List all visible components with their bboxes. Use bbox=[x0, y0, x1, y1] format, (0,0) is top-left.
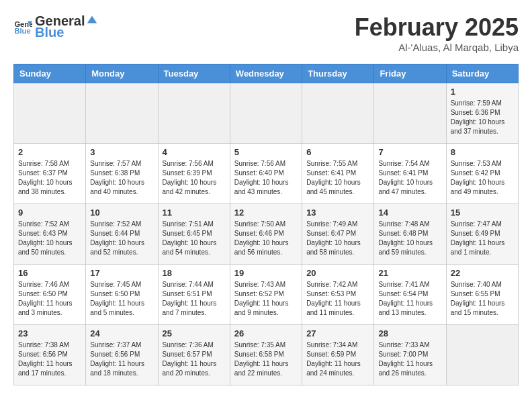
calendar-cell: 3Sunrise: 7:57 AM Sunset: 6:38 PM Daylig… bbox=[86, 144, 158, 204]
day-header-saturday: Saturday bbox=[446, 64, 518, 83]
day-number: 16 bbox=[18, 268, 81, 278]
cell-content: Sunrise: 7:37 AM Sunset: 6:56 PM Dayligh… bbox=[90, 340, 153, 378]
day-header-sunday: Sunday bbox=[14, 64, 86, 83]
calendar-cell: 4Sunrise: 7:56 AM Sunset: 6:39 PM Daylig… bbox=[158, 144, 230, 204]
calendar-cell: 22Sunrise: 7:40 AM Sunset: 6:55 PM Dayli… bbox=[446, 265, 518, 325]
day-number: 23 bbox=[18, 328, 81, 338]
calendar-cell bbox=[86, 83, 158, 144]
day-number: 17 bbox=[90, 268, 153, 278]
header: General Blue General Blue February 2025 … bbox=[13, 13, 519, 53]
calendar-cell: 19Sunrise: 7:43 AM Sunset: 6:52 PM Dayli… bbox=[230, 265, 302, 325]
calendar-cell: 6Sunrise: 7:55 AM Sunset: 6:41 PM Daylig… bbox=[302, 144, 374, 204]
day-header-wednesday: Wednesday bbox=[230, 64, 302, 83]
cell-content: Sunrise: 7:57 AM Sunset: 6:38 PM Dayligh… bbox=[90, 159, 153, 197]
cell-content: Sunrise: 7:55 AM Sunset: 6:41 PM Dayligh… bbox=[306, 159, 369, 197]
day-number: 1 bbox=[451, 87, 514, 97]
cell-content: Sunrise: 7:43 AM Sunset: 6:52 PM Dayligh… bbox=[234, 280, 298, 318]
day-number: 11 bbox=[163, 208, 226, 218]
day-number: 9 bbox=[18, 208, 81, 218]
month-title: February 2025 bbox=[355, 13, 519, 42]
calendar-cell: 28Sunrise: 7:33 AM Sunset: 7:00 PM Dayli… bbox=[374, 325, 446, 385]
cell-content: Sunrise: 7:45 AM Sunset: 6:50 PM Dayligh… bbox=[90, 280, 153, 318]
cell-content: Sunrise: 7:52 AM Sunset: 6:44 PM Dayligh… bbox=[90, 220, 153, 257]
cell-content: Sunrise: 7:48 AM Sunset: 6:48 PM Dayligh… bbox=[378, 220, 441, 257]
day-number: 6 bbox=[306, 147, 369, 157]
cell-content: Sunrise: 7:58 AM Sunset: 6:37 PM Dayligh… bbox=[18, 159, 81, 197]
location-subtitle: Al-'Aluas, Al Marqab, Libya bbox=[355, 42, 519, 53]
day-header-monday: Monday bbox=[86, 64, 158, 83]
cell-content: Sunrise: 7:50 AM Sunset: 6:46 PM Dayligh… bbox=[234, 220, 298, 257]
cell-content: Sunrise: 7:35 AM Sunset: 6:58 PM Dayligh… bbox=[234, 340, 298, 378]
logo: General Blue General Blue bbox=[13, 13, 99, 40]
calendar-cell bbox=[446, 325, 518, 385]
calendar-cell bbox=[158, 83, 230, 144]
calendar-cell bbox=[374, 83, 446, 144]
cell-content: Sunrise: 7:44 AM Sunset: 6:51 PM Dayligh… bbox=[163, 280, 226, 318]
calendar-cell: 27Sunrise: 7:34 AM Sunset: 6:59 PM Dayli… bbox=[302, 325, 374, 385]
calendar-cell: 20Sunrise: 7:42 AM Sunset: 6:53 PM Dayli… bbox=[302, 265, 374, 325]
calendar-cell: 9Sunrise: 7:52 AM Sunset: 6:43 PM Daylig… bbox=[14, 204, 86, 265]
calendar-cell: 13Sunrise: 7:49 AM Sunset: 6:47 PM Dayli… bbox=[302, 204, 374, 265]
day-number: 2 bbox=[18, 147, 81, 157]
cell-content: Sunrise: 7:36 AM Sunset: 6:57 PM Dayligh… bbox=[163, 340, 226, 378]
logo-icon: General Blue bbox=[13, 17, 32, 36]
day-number: 22 bbox=[451, 268, 514, 278]
day-number: 20 bbox=[306, 268, 369, 278]
day-number: 12 bbox=[234, 208, 298, 218]
day-number: 26 bbox=[234, 328, 298, 338]
day-number: 4 bbox=[163, 147, 226, 157]
day-header-thursday: Thursday bbox=[302, 64, 374, 83]
cell-content: Sunrise: 7:42 AM Sunset: 6:53 PM Dayligh… bbox=[306, 280, 369, 318]
cell-content: Sunrise: 7:54 AM Sunset: 6:41 PM Dayligh… bbox=[378, 159, 441, 197]
title-area: February 2025 Al-'Aluas, Al Marqab, Liby… bbox=[355, 13, 519, 53]
day-number: 14 bbox=[378, 208, 441, 218]
cell-content: Sunrise: 7:52 AM Sunset: 6:43 PM Dayligh… bbox=[18, 220, 81, 257]
calendar-cell: 10Sunrise: 7:52 AM Sunset: 6:44 PM Dayli… bbox=[86, 204, 158, 265]
day-number: 28 bbox=[378, 328, 441, 338]
day-number: 5 bbox=[234, 147, 298, 157]
cell-content: Sunrise: 7:56 AM Sunset: 6:39 PM Dayligh… bbox=[163, 159, 226, 197]
calendar-cell: 24Sunrise: 7:37 AM Sunset: 6:56 PM Dayli… bbox=[86, 325, 158, 385]
cell-content: Sunrise: 7:56 AM Sunset: 6:40 PM Dayligh… bbox=[234, 159, 298, 197]
calendar-cell: 7Sunrise: 7:54 AM Sunset: 6:41 PM Daylig… bbox=[374, 144, 446, 204]
calendar-cell: 5Sunrise: 7:56 AM Sunset: 6:40 PM Daylig… bbox=[230, 144, 302, 204]
day-number: 25 bbox=[163, 328, 226, 338]
calendar-cell: 14Sunrise: 7:48 AM Sunset: 6:48 PM Dayli… bbox=[374, 204, 446, 265]
cell-content: Sunrise: 7:53 AM Sunset: 6:42 PM Dayligh… bbox=[451, 159, 514, 197]
day-number: 27 bbox=[306, 328, 369, 338]
cell-content: Sunrise: 7:40 AM Sunset: 6:55 PM Dayligh… bbox=[451, 280, 514, 318]
cell-content: Sunrise: 7:46 AM Sunset: 6:50 PM Dayligh… bbox=[18, 280, 81, 318]
day-number: 10 bbox=[90, 208, 153, 218]
calendar-cell: 25Sunrise: 7:36 AM Sunset: 6:57 PM Dayli… bbox=[158, 325, 230, 385]
calendar-cell: 8Sunrise: 7:53 AM Sunset: 6:42 PM Daylig… bbox=[446, 144, 518, 204]
day-header-friday: Friday bbox=[374, 64, 446, 83]
cell-content: Sunrise: 7:51 AM Sunset: 6:45 PM Dayligh… bbox=[163, 220, 226, 257]
day-header-tuesday: Tuesday bbox=[158, 64, 230, 83]
calendar-table: SundayMondayTuesdayWednesdayThursdayFrid… bbox=[13, 64, 519, 385]
cell-content: Sunrise: 7:41 AM Sunset: 6:54 PM Dayligh… bbox=[378, 280, 441, 318]
logo-triangle-icon bbox=[86, 13, 98, 26]
svg-marker-3 bbox=[87, 16, 97, 24]
cell-content: Sunrise: 7:33 AM Sunset: 7:00 PM Dayligh… bbox=[378, 340, 441, 378]
day-number: 13 bbox=[306, 208, 369, 218]
day-number: 15 bbox=[451, 208, 514, 218]
calendar-cell: 17Sunrise: 7:45 AM Sunset: 6:50 PM Dayli… bbox=[86, 265, 158, 325]
calendar-cell: 26Sunrise: 7:35 AM Sunset: 6:58 PM Dayli… bbox=[230, 325, 302, 385]
calendar-cell: 12Sunrise: 7:50 AM Sunset: 6:46 PM Dayli… bbox=[230, 204, 302, 265]
calendar-cell: 23Sunrise: 7:38 AM Sunset: 6:56 PM Dayli… bbox=[14, 325, 86, 385]
day-number: 18 bbox=[163, 268, 226, 278]
day-number: 8 bbox=[451, 147, 514, 157]
calendar-cell: 15Sunrise: 7:47 AM Sunset: 6:49 PM Dayli… bbox=[446, 204, 518, 265]
day-number: 21 bbox=[378, 268, 441, 278]
calendar-cell: 16Sunrise: 7:46 AM Sunset: 6:50 PM Dayli… bbox=[14, 265, 86, 325]
day-number: 3 bbox=[90, 147, 153, 157]
cell-content: Sunrise: 7:49 AM Sunset: 6:47 PM Dayligh… bbox=[306, 220, 369, 257]
day-number: 24 bbox=[90, 328, 153, 338]
cell-content: Sunrise: 7:59 AM Sunset: 6:36 PM Dayligh… bbox=[451, 99, 514, 136]
calendar-cell: 11Sunrise: 7:51 AM Sunset: 6:45 PM Dayli… bbox=[158, 204, 230, 265]
calendar-cell bbox=[14, 83, 86, 144]
cell-content: Sunrise: 7:38 AM Sunset: 6:56 PM Dayligh… bbox=[18, 340, 81, 378]
calendar-cell: 1Sunrise: 7:59 AM Sunset: 6:36 PM Daylig… bbox=[446, 83, 518, 144]
calendar-cell bbox=[302, 83, 374, 144]
calendar-cell: 2Sunrise: 7:58 AM Sunset: 6:37 PM Daylig… bbox=[14, 144, 86, 204]
